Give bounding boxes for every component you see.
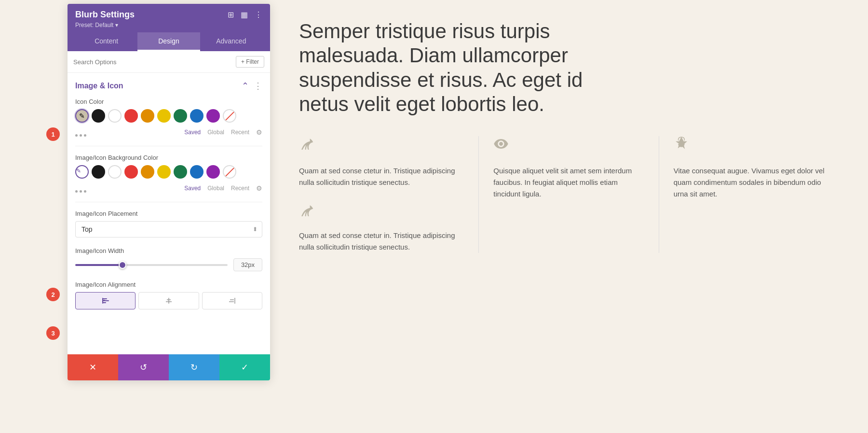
color-white[interactable] bbox=[108, 109, 122, 123]
step-3-indicator: 3 bbox=[46, 326, 60, 340]
width-field: Image/Icon Width bbox=[75, 247, 262, 271]
content-area: Semper tristique risus turpis malesuada.… bbox=[270, 0, 868, 433]
bg-color-swatches: ✎ bbox=[75, 165, 262, 179]
panel-header: Blurb Settings ⊞ ▦ ⋮ Preset: Default ▾ C… bbox=[68, 4, 270, 51]
divider-1 bbox=[75, 146, 262, 146]
bg-color-purple[interactable] bbox=[206, 165, 220, 179]
more-icon[interactable]: ⋮ bbox=[255, 10, 262, 19]
bg-color-none[interactable] bbox=[223, 165, 236, 179]
placement-label: Image/Icon Placement bbox=[75, 210, 262, 217]
placement-select-wrapper: Top Left Right Bottom bbox=[75, 221, 262, 237]
bg-global-link[interactable]: Global bbox=[207, 185, 224, 192]
color-pencil[interactable]: ✎ bbox=[75, 109, 89, 123]
width-label: Image/Icon Width bbox=[75, 247, 262, 254]
blurb-icon-eye bbox=[493, 136, 644, 155]
blurb-icon-leaf-1 bbox=[299, 136, 464, 155]
placement-select[interactable]: Top Left Right Bottom bbox=[75, 221, 262, 237]
placement-field: Image/Icon Placement Top Left Right Bott… bbox=[75, 210, 262, 237]
alignment-field: Image/Icon Alignment bbox=[75, 281, 262, 309]
svg-rect-3 bbox=[102, 298, 103, 304]
panel-preset[interactable]: Preset: Default ▾ bbox=[75, 22, 262, 28]
align-left-button[interactable] bbox=[75, 292, 136, 309]
undo-button[interactable]: ↺ bbox=[118, 354, 169, 380]
settings-panel: 1 2 3 Blurb Settings ⊞ ▦ ⋮ Preset: Defau… bbox=[68, 4, 270, 380]
blurb-text-2: Quisque aliquet velit sit amet sem inter… bbox=[493, 165, 644, 200]
blurb-secondary-1: Quam at sed conse ctetur in. Tristique a… bbox=[299, 203, 464, 253]
step-2-indicator: 2 bbox=[46, 288, 60, 301]
icon-color-field: Icon Color ✎ Saved Global bbox=[75, 98, 262, 144]
tab-content[interactable]: Content bbox=[75, 32, 137, 51]
tab-advanced[interactable]: Advanced bbox=[200, 32, 262, 51]
bg-color-footer: Saved Global Recent ⚙ bbox=[184, 184, 262, 192]
columns-icon[interactable]: ▦ bbox=[241, 10, 248, 19]
color-more-dots[interactable] bbox=[75, 134, 86, 137]
blurb-text-secondary: Quam at sed conse ctetur in. Tristique a… bbox=[299, 230, 464, 253]
main-heading: Semper tristique risus turpis malesuada.… bbox=[299, 19, 637, 117]
redo-button[interactable]: ↻ bbox=[169, 354, 219, 380]
color-purple[interactable] bbox=[206, 109, 220, 123]
panel-content: Image & Icon ⌃ ⋮ Icon Color ✎ bbox=[68, 73, 270, 354]
search-bar: + Filter bbox=[68, 51, 270, 73]
alignment-buttons bbox=[75, 292, 262, 309]
section-more-icon[interactable]: ⋮ bbox=[254, 81, 262, 91]
bg-saved-link[interactable]: Saved bbox=[184, 185, 201, 192]
bg-color-label: Image/Icon Background Color bbox=[75, 154, 262, 161]
bg-color-more-dots[interactable] bbox=[75, 190, 86, 193]
bottom-bar: ✕ ↺ ↻ ✓ bbox=[68, 354, 270, 380]
color-yellow[interactable] bbox=[157, 109, 171, 123]
panel-title-icons: ⊞ ▦ ⋮ bbox=[228, 10, 262, 19]
bg-color-blue[interactable] bbox=[190, 165, 203, 179]
blurb-icon-hand bbox=[674, 136, 825, 155]
bg-color-white[interactable] bbox=[108, 165, 122, 179]
bg-color-field: Image/Icon Background Color ✎ bbox=[75, 154, 262, 200]
panel-title: Blurb Settings bbox=[75, 10, 135, 20]
search-input[interactable] bbox=[73, 58, 232, 66]
blurb-col-1: Quam at sed conse ctetur in. Tristique a… bbox=[299, 136, 479, 253]
blurb-col-3: Vitae consequat augue. Vivamus eget dolo… bbox=[659, 136, 839, 253]
bg-color-red[interactable] bbox=[124, 165, 138, 179]
color-black[interactable] bbox=[92, 109, 105, 123]
color-none[interactable] bbox=[223, 109, 236, 123]
bg-color-gear-icon[interactable]: ⚙ bbox=[256, 184, 262, 192]
cancel-button[interactable]: ✕ bbox=[68, 354, 118, 380]
width-slider[interactable] bbox=[75, 264, 228, 266]
tab-design[interactable]: Design bbox=[137, 32, 200, 51]
panel-tabs: Content Design Advanced bbox=[75, 32, 262, 51]
bg-color-green[interactable] bbox=[174, 165, 187, 179]
bg-color-orange[interactable] bbox=[141, 165, 154, 179]
icon-color-footer: Saved Global Recent ⚙ bbox=[184, 128, 262, 136]
blurb-grid: Quam at sed conse ctetur in. Tristique a… bbox=[299, 136, 839, 253]
icon-color-swatches: ✎ bbox=[75, 109, 262, 123]
color-red[interactable] bbox=[124, 109, 138, 123]
filter-button[interactable]: + Filter bbox=[236, 56, 264, 68]
global-link[interactable]: Global bbox=[207, 129, 224, 136]
step-1-indicator: 1 bbox=[46, 127, 60, 141]
align-right-button[interactable] bbox=[202, 292, 262, 309]
section-controls: ⌃ ⋮ bbox=[242, 81, 262, 91]
blurb-col-2: Quisque aliquet velit sit amet sem inter… bbox=[479, 136, 659, 253]
color-orange[interactable] bbox=[141, 109, 154, 123]
blurb-text-1: Quam at sed conse ctetur in. Tristique a… bbox=[299, 165, 464, 188]
icon-color-label: Icon Color bbox=[75, 98, 262, 105]
color-green[interactable] bbox=[174, 109, 187, 123]
bg-color-pencil[interactable]: ✎ bbox=[75, 165, 89, 179]
collapse-icon[interactable]: ⌃ bbox=[242, 81, 249, 91]
save-button[interactable]: ✓ bbox=[219, 354, 270, 380]
color-blue[interactable] bbox=[190, 109, 203, 123]
section-title: Image & Icon bbox=[75, 82, 123, 90]
color-gear-icon[interactable]: ⚙ bbox=[256, 128, 262, 136]
bg-recent-link[interactable]: Recent bbox=[231, 185, 249, 192]
recent-link[interactable]: Recent bbox=[231, 129, 249, 136]
align-center-button[interactable] bbox=[138, 292, 199, 309]
saved-link[interactable]: Saved bbox=[184, 129, 201, 136]
blurb-icon-leaf-2 bbox=[299, 203, 464, 222]
section-header: Image & Icon ⌃ ⋮ bbox=[75, 81, 262, 91]
blurb-text-3: Vitae consequat augue. Vivamus eget dolo… bbox=[674, 165, 825, 200]
alignment-label: Image/Icon Alignment bbox=[75, 281, 262, 288]
bg-color-black[interactable] bbox=[92, 165, 105, 179]
width-slider-row bbox=[75, 258, 262, 271]
divider-2 bbox=[75, 202, 262, 202]
width-value-input[interactable] bbox=[233, 258, 262, 271]
resize-icon[interactable]: ⊞ bbox=[228, 10, 234, 19]
bg-color-yellow[interactable] bbox=[157, 165, 171, 179]
